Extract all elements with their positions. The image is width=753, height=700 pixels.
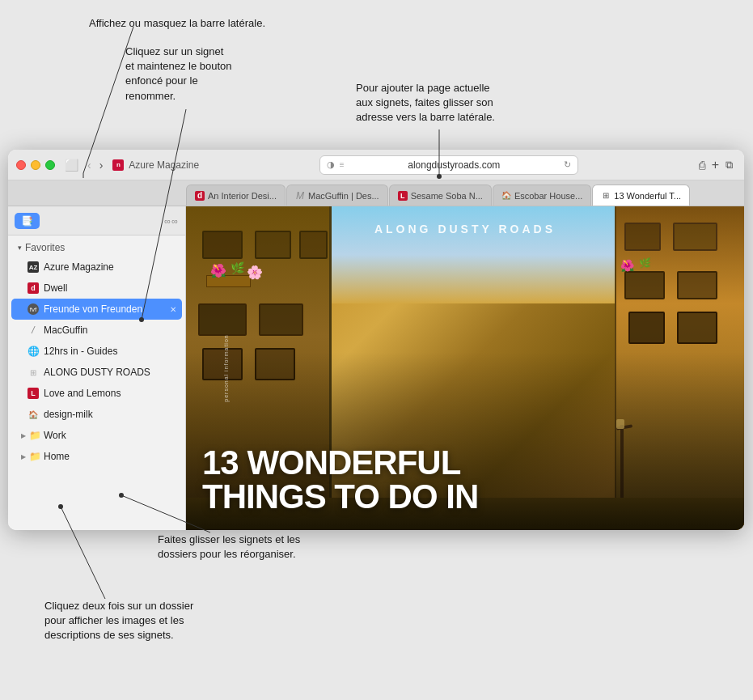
sidebar-item-design-milk[interactable]: 🏠 design-milk — [8, 404, 185, 425]
tab-macguffin[interactable]: M MacGuffin | Des... — [286, 185, 388, 206]
side-text: personal information — [223, 334, 229, 401]
maximize-button[interactable] — [45, 160, 55, 170]
close-fvf-button[interactable]: ✕ — [167, 303, 179, 315]
privacy-icon: ◑ — [327, 159, 335, 170]
sidebar-label-azure: Azure Magazine — [44, 261, 114, 273]
favorites-section: ▾ Favorites — [8, 239, 185, 257]
annotation-right: Pour ajouter la page actuelleaux signets… — [356, 81, 534, 125]
sidebar-item-fvf[interactable]: fvf Freunde von Freunden ✕ — [11, 299, 182, 320]
new-tab-icon[interactable]: + — [712, 158, 719, 172]
sidebar-item-azure[interactable]: AZ Azure Magazine — [8, 257, 185, 278]
tab-overview-icon[interactable]: ⧉ — [726, 159, 733, 172]
favicon-design-milk: 🏠 — [27, 409, 39, 420]
back-button[interactable]: ‹ — [84, 159, 95, 172]
tab-favicon-sesame: L — [398, 191, 408, 201]
annotation-bottom-left: Cliquez deux fois sur un dossierpour aff… — [44, 599, 255, 643]
favorites-arrow[interactable]: ▾ — [18, 244, 22, 252]
sidebar-header: 📑 ∞∞ — [8, 206, 185, 235]
toolbar-actions: ⎙ + ⧉ — [699, 158, 733, 172]
bookmarks-icon: 📑 — [21, 215, 33, 227]
close-button[interactable] — [16, 160, 26, 170]
home-arrow: ▶ — [21, 453, 26, 460]
annotation-bottom-mid: Faites glisser les signets et lesdossier… — [158, 532, 376, 562]
bookmarks-tab-button[interactable]: 📑 — [15, 213, 40, 229]
sidebar-extra: ∞∞ — [164, 216, 179, 226]
sidebar-label-home: Home — [44, 451, 70, 462]
title-bar: ⬜ ‹ › n Azure Magazine ◑ ≡ alongdustyroa… — [8, 150, 744, 180]
active-tab-title: Azure Magazine — [129, 159, 199, 171]
sidebar-label-macguffin: MacGuffin — [44, 325, 87, 336]
hero-headline: 13 WONDERFULTHINGS TO DO IN — [202, 446, 728, 514]
share-icon[interactable]: ⎙ — [699, 159, 705, 172]
tab-wonderful[interactable]: ⊞ 13 Wonderful T... — [592, 185, 690, 206]
address-text: alongdustyroads.com — [349, 159, 559, 171]
nav-buttons: ‹ › — [84, 159, 106, 172]
tab-favicon-escobar: 🏠 — [501, 191, 511, 201]
sidebar-label-dusty: ALONG DUSTY ROADS — [44, 367, 150, 378]
sidebar-label-dwell: Dwell — [44, 282, 67, 294]
reader-icon: ≡ — [340, 160, 345, 169]
active-tab-favicon: n — [112, 159, 124, 171]
forward-button[interactable]: › — [96, 159, 107, 172]
sidebar-item-dusty[interactable]: ⊞ ALONG DUSTY ROADS — [8, 362, 185, 383]
tab-label-interior: An Interior Desi... — [208, 191, 277, 201]
web-content: 🌺 🌿 🌸 🌺 🌿 — [186, 206, 744, 530]
hero-image: 🌺 🌿 🌸 🌺 🌿 — [186, 206, 744, 530]
favicon-12hrs: 🌐 — [27, 346, 39, 357]
favicon-lemons: L — [27, 388, 39, 399]
sidebar-label-lemons: Love and Lemons — [44, 388, 121, 399]
favicon-dwell: d — [27, 282, 39, 294]
sidebar-label-12hrs: 12hrs in - Guides — [44, 346, 117, 357]
tab-favicon-macguffin: M — [295, 191, 305, 201]
sidebar-label-fvf: Freunde von Freunden — [44, 303, 142, 315]
annotation-top: Affichez ou masquez la barre latérale. — [89, 16, 265, 31]
tab-escobar[interactable]: 🏠 Escobar House... — [493, 185, 591, 206]
reload-icon[interactable]: ↻ — [564, 159, 571, 170]
tabs-bar: d An Interior Desi... M MacGuffin | Des.… — [8, 180, 744, 206]
tab-interior[interactable]: d An Interior Desi... — [186, 185, 286, 206]
annotation-mid: Cliquez sur un signetet maintenez le bou… — [125, 45, 287, 104]
hero-site-name: ALONG DUSTY ROADS — [186, 223, 744, 235]
sidebar-item-work[interactable]: ▶ 📁 Work — [8, 425, 185, 446]
favicon-home: 📁 — [29, 451, 40, 462]
browser-content: 📑 ∞∞ ▾ Favorites AZ Azure Magazine d — [8, 206, 744, 530]
browser-window: ⬜ ‹ › n Azure Magazine ◑ ≡ alongdustyroa… — [8, 150, 744, 530]
sidebar-label-design-milk: design-milk — [44, 409, 93, 420]
favicon-dusty: ⊞ — [27, 367, 39, 378]
tab-sesame[interactable]: L Sesame Soba N... — [389, 185, 492, 206]
sidebar-label-work: Work — [44, 430, 66, 441]
sidebar-content: ▾ Favorites AZ Azure Magazine d Dwell fv… — [8, 235, 185, 530]
sidebar-item-lemons[interactable]: L Love and Lemons — [8, 383, 185, 404]
tab-favicon-interior: d — [195, 191, 205, 201]
sidebar-item-dwell[interactable]: d Dwell — [8, 278, 185, 299]
tab-label-wonderful: 13 Wonderful T... — [614, 191, 681, 201]
tab-label-sesame: Sesame Soba N... — [411, 191, 483, 201]
sidebar: 📑 ∞∞ ▾ Favorites AZ Azure Magazine d — [8, 206, 186, 530]
sky-area — [307, 206, 647, 303]
traffic-lights — [16, 160, 55, 170]
address-bar[interactable]: ◑ ≡ alongdustyroads.com ↻ — [319, 155, 578, 175]
favicon-macguffin: / — [27, 325, 39, 336]
favicon-azure: AZ — [27, 261, 39, 273]
tab-label-escobar: Escobar House... — [514, 191, 582, 201]
sidebar-item-home[interactable]: ▶ 📁 Home — [8, 446, 185, 467]
favicon-work: 📁 — [29, 430, 40, 441]
tab-favicon-wonderful: ⊞ — [601, 191, 611, 201]
work-arrow: ▶ — [21, 432, 26, 439]
sidebar-item-macguffin[interactable]: / MacGuffin — [8, 320, 185, 341]
address-bar-area: ◑ ≡ alongdustyroads.com ↻ — [199, 155, 699, 175]
tab-label-macguffin: MacGuffin | Des... — [308, 191, 379, 201]
favorites-label: Favorites — [25, 242, 65, 253]
sidebar-toggle-button[interactable]: ⬜ — [63, 157, 79, 173]
favicon-fvf: fvf — [27, 303, 39, 315]
sidebar-item-12hrs[interactable]: 🌐 12hrs in - Guides — [8, 341, 185, 362]
minimize-button[interactable] — [31, 160, 40, 170]
